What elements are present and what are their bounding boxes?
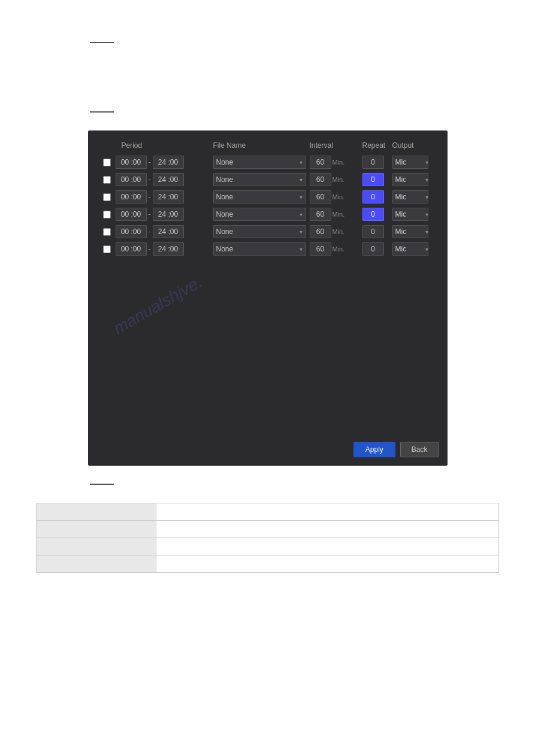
period-group-4: - <box>116 208 208 221</box>
interval-input-1[interactable] <box>310 156 331 169</box>
output-group-3[interactable]: Mic <box>390 190 432 204</box>
filename-wrap-3[interactable]: None <box>208 190 307 204</box>
output-group-2[interactable]: Mic <box>390 173 432 186</box>
filename-select-1[interactable]: None <box>213 156 306 169</box>
filename-wrap-5[interactable]: None <box>208 225 307 238</box>
schedule-row-2: - None Min. Mic <box>96 173 439 186</box>
interval-group-3: Min. <box>307 190 361 204</box>
period-start-1[interactable] <box>116 156 147 169</box>
header-period: Period <box>116 141 208 150</box>
repeat-input-5[interactable] <box>362 225 384 238</box>
schedule-rows: - None Min. Mic - <box>96 156 439 256</box>
filename-select-4[interactable]: None <box>213 208 306 221</box>
interval-label-5: Min. <box>333 228 345 235</box>
schedule-row-3: - None Min. Mic <box>96 190 439 204</box>
header-output: Output <box>390 141 432 150</box>
repeat-input-4[interactable] <box>362 208 384 221</box>
checkbox-3[interactable] <box>103 193 111 201</box>
repeat-input-3[interactable] <box>362 190 384 204</box>
filename-wrap-6[interactable]: None <box>208 242 307 256</box>
period-group-1: - <box>116 156 208 169</box>
apply-button[interactable]: Apply <box>353 442 395 457</box>
back-button[interactable]: Back <box>400 442 439 457</box>
output-select-3[interactable]: Mic <box>392 190 428 204</box>
repeat-input-6[interactable] <box>362 242 384 256</box>
filename-wrap-4[interactable]: None <box>208 208 307 221</box>
filename-select-5[interactable]: None <box>213 225 306 238</box>
filename-wrap-1[interactable]: None <box>208 156 307 169</box>
repeat-group-4 <box>361 208 390 221</box>
output-group-5[interactable]: Mic <box>390 225 432 238</box>
period-end-2[interactable] <box>153 173 184 186</box>
row-checkbox-2[interactable] <box>99 176 116 184</box>
text-block-2 <box>90 83 445 101</box>
interval-group-6: Min. <box>307 242 361 256</box>
section-line-1 <box>90 42 114 43</box>
period-end-6[interactable] <box>153 242 184 256</box>
table-cell-col2-4 <box>156 555 499 573</box>
header-interval: Interval <box>307 141 361 150</box>
repeat-input-2[interactable] <box>362 173 384 186</box>
filename-select-6[interactable]: None <box>213 242 306 256</box>
interval-group-4: Min. <box>307 208 361 221</box>
row-checkbox-1[interactable] <box>99 159 116 166</box>
period-dash-2: - <box>149 175 151 184</box>
header-filename: File Name <box>208 141 307 150</box>
output-select-5[interactable]: Mic <box>392 225 428 238</box>
output-group-6[interactable]: Mic <box>390 242 432 256</box>
output-select-4[interactable]: Mic <box>392 208 428 221</box>
schedule-panel: Period File Name Interval Repeat Output … <box>88 130 448 466</box>
table-row-1 <box>37 503 499 521</box>
period-end-1[interactable] <box>153 156 184 169</box>
interval-label-4: Min. <box>333 211 345 218</box>
period-group-3: - <box>116 190 208 204</box>
interval-input-4[interactable] <box>310 208 331 221</box>
checkbox-6[interactable] <box>103 245 111 253</box>
filename-select-2[interactable]: None <box>213 173 306 186</box>
period-dash-5: - <box>149 227 151 236</box>
output-group-4[interactable]: Mic <box>390 208 432 221</box>
period-start-5[interactable] <box>116 225 147 238</box>
period-end-3[interactable] <box>153 190 184 204</box>
interval-input-2[interactable] <box>310 173 331 186</box>
output-select-2[interactable]: Mic <box>392 173 428 186</box>
period-start-3[interactable] <box>116 190 147 204</box>
panel-header: Period File Name Interval Repeat Output <box>96 141 439 150</box>
filename-select-3[interactable]: None <box>213 190 306 204</box>
repeat-group-1 <box>361 156 390 169</box>
row-checkbox-6[interactable] <box>99 245 116 253</box>
period-start-6[interactable] <box>116 242 147 256</box>
checkbox-5[interactable] <box>103 228 111 236</box>
interval-input-3[interactable] <box>310 190 331 204</box>
interval-input-5[interactable] <box>310 225 331 238</box>
checkbox-2[interactable] <box>103 176 111 184</box>
header-repeat: Repeat <box>361 141 390 150</box>
period-start-4[interactable] <box>116 208 147 221</box>
checkbox-1[interactable] <box>103 159 111 166</box>
period-dash-1: - <box>149 158 151 166</box>
schedule-row-4: - None Min. Mic <box>96 208 439 221</box>
repeat-input-1[interactable] <box>362 156 384 169</box>
output-select-1[interactable]: Mic <box>392 156 428 169</box>
watermark: manualshjve. <box>110 272 205 338</box>
schedule-row-6: - None Min. Mic <box>96 242 439 256</box>
text-block-1 <box>90 54 445 72</box>
row-checkbox-3[interactable] <box>99 193 116 201</box>
row-checkbox-4[interactable] <box>99 211 116 218</box>
interval-label-6: Min. <box>333 245 345 253</box>
interval-input-6[interactable] <box>310 242 331 256</box>
info-table <box>36 503 499 573</box>
checkbox-4[interactable] <box>103 211 111 218</box>
period-group-5: - <box>116 225 208 238</box>
period-dash-4: - <box>149 210 151 218</box>
filename-wrap-2[interactable]: None <box>208 173 307 186</box>
period-end-4[interactable] <box>153 208 184 221</box>
period-group-6: - <box>116 242 208 256</box>
period-start-2[interactable] <box>116 173 147 186</box>
interval-group-2: Min. <box>307 173 361 186</box>
output-group-1[interactable]: Mic <box>390 156 432 169</box>
output-select-6[interactable]: Mic <box>392 242 428 256</box>
period-end-5[interactable] <box>153 225 184 238</box>
row-checkbox-5[interactable] <box>99 228 116 236</box>
panel-footer: Apply Back <box>96 437 439 457</box>
